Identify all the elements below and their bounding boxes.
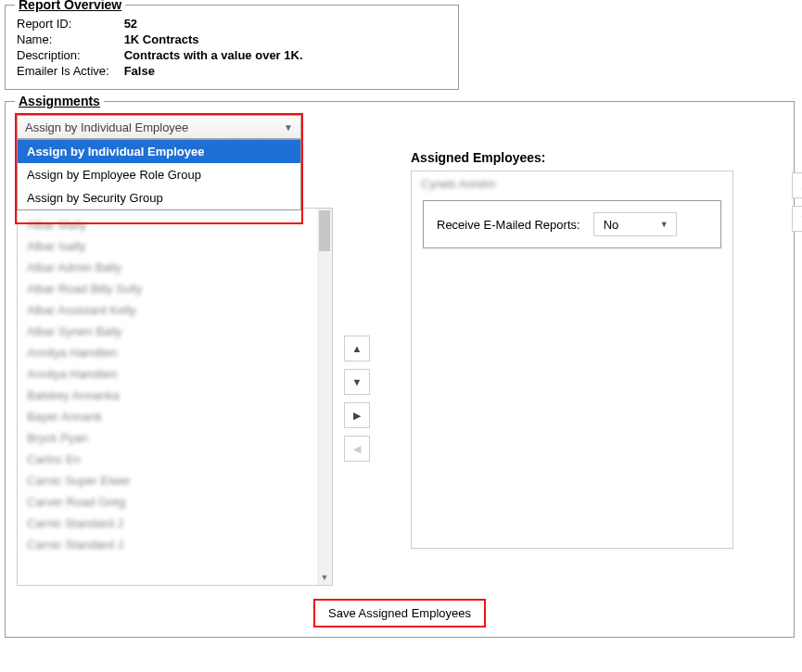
list-item[interactable]: Bayer Annank <box>27 406 323 427</box>
move-down-button[interactable]: ▼ <box>344 369 370 395</box>
available-employees-listbox[interactable]: Albar MallyAlbar IsallyAlbar Admin Bally… <box>17 208 333 586</box>
overview-row: Emailer Is Active: False <box>17 64 447 78</box>
overview-label: Emailer Is Active: <box>17 64 121 78</box>
list-item[interactable]: Albar Synen Bally <box>27 321 323 342</box>
overview-label: Name: <box>17 32 121 46</box>
receive-email-label: Receive E-Mailed Reports: <box>437 218 580 232</box>
list-item[interactable]: Bryck Pyan <box>27 427 323 449</box>
assignments-legend: Assignments <box>15 94 104 108</box>
list-item[interactable]: Albar Admin Bally <box>27 257 323 278</box>
reorder-down-button[interactable]: ▼ <box>792 206 802 232</box>
reorder-buttons: ▲ ▼ <box>792 172 802 232</box>
list-item[interactable]: Annilya Hamilten <box>27 363 323 385</box>
scrollbar[interactable]: ▲ ▼ <box>317 209 332 585</box>
scroll-thumb[interactable] <box>319 210 330 251</box>
overview-row: Description: Contracts with a value over… <box>17 48 447 62</box>
save-assigned-employees-button[interactable]: Save Assigned Employees <box>313 599 486 628</box>
list-item[interactable]: Carnic Standard J <box>27 513 323 534</box>
overview-row: Report ID: 52 <box>17 17 447 31</box>
move-right-button[interactable]: ▶ <box>344 402 370 428</box>
list-item[interactable]: Annilya Hamilten <box>27 342 323 363</box>
overview-value: 52 <box>124 17 137 31</box>
overview-value: False <box>124 64 155 78</box>
list-item[interactable]: Albar Assistant Kelly <box>27 299 323 321</box>
list-item[interactable]: Albar Isally <box>27 235 323 257</box>
list-item[interactable]: Carnic Standard J <box>27 534 323 555</box>
assign-mode-dropdown[interactable]: Assign by Individual Employee ▼ <box>17 115 301 139</box>
overview-label: Report ID: <box>17 17 121 31</box>
chevron-down-icon: ▼ <box>660 220 668 229</box>
dropdown-selected-text: Assign by Individual Employee <box>25 120 188 134</box>
reorder-up-button[interactable]: ▲ <box>792 172 802 198</box>
assigned-employee-detail: Receive E-Mailed Reports: No ▼ <box>423 200 721 248</box>
list-item[interactable]: Cyneb Annilm <box>412 171 732 197</box>
transfer-buttons: ▲ ▼ ▶ ◀ <box>344 336 370 462</box>
overview-value: Contracts with a value over 1K. <box>124 48 303 62</box>
chevron-down-icon: ▼ <box>284 122 293 133</box>
assigned-employees-label: Assigned Employees: <box>411 150 783 165</box>
assign-mode-dropdown-list: Assign by Individual Employee Assign by … <box>17 139 301 210</box>
list-item[interactable]: Balskey Annanka <box>27 385 323 406</box>
overview-label: Description: <box>17 48 121 62</box>
dropdown-option[interactable]: Assign by Security Group <box>18 186 300 209</box>
dropdown-option[interactable]: Assign by Individual Employee <box>18 140 300 163</box>
report-overview-legend: Report Overview <box>15 0 125 12</box>
dropdown-option[interactable]: Assign by Employee Role Group <box>18 163 300 186</box>
footer: Save Assigned Employees <box>17 599 783 628</box>
list-item[interactable]: Carnic Super Elwer <box>27 470 323 491</box>
receive-email-select[interactable]: No ▼ <box>593 212 677 236</box>
list-item[interactable]: Cartnc En <box>27 449 323 470</box>
overview-row: Name: 1K Contracts <box>17 32 447 46</box>
receive-email-value: No <box>604 218 619 232</box>
assignments-fieldset: Assignments Assign by Individual Employe… <box>5 101 795 638</box>
list-item[interactable]: Albar Road Billy Sully <box>27 278 323 299</box>
assigned-employees-listbox[interactable]: Cyneb Annilm Receive E-Mailed Reports: N… <box>411 171 733 549</box>
assigned-employees-panel: Assigned Employees: Cyneb Annilm Receive… <box>383 143 783 586</box>
move-left-button[interactable]: ◀ <box>344 436 370 462</box>
scroll-down-icon[interactable]: ▼ <box>317 570 332 585</box>
list-item[interactable]: Carver Road Greg <box>27 491 323 513</box>
move-top-button[interactable]: ▲ <box>344 336 370 361</box>
report-overview-fieldset: Report Overview Report ID: 52 Name: 1K C… <box>5 5 459 90</box>
overview-value: 1K Contracts <box>124 32 199 46</box>
list-item[interactable]: Albar Mally <box>27 214 323 235</box>
assign-mode-dropdown-wrap: Assign by Individual Employee ▼ Assign b… <box>17 115 301 139</box>
